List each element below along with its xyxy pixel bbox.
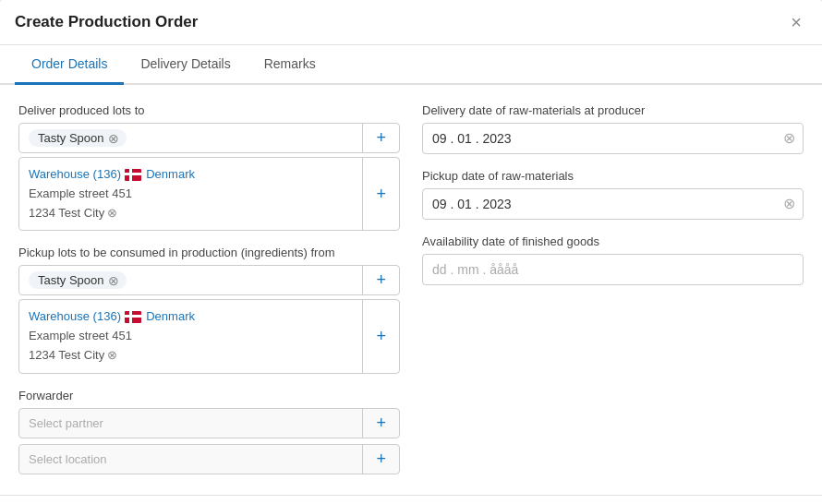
delivery-date-input[interactable] bbox=[423, 124, 776, 153]
select-partner-row: Select partner + bbox=[18, 408, 400, 438]
left-column: Deliver produced lots to Tasty Spoon ⊗ + bbox=[18, 103, 400, 480]
pickup-city-remove[interactable]: ⊗ bbox=[107, 346, 117, 366]
tab-remarks[interactable]: Remarks bbox=[248, 45, 332, 85]
deliver-city-tag: 1234 Test City ⊗ bbox=[29, 204, 117, 223]
deliver-warehouse-name: Warehouse (136) Denmark bbox=[29, 165, 353, 185]
pickup-date-input[interactable] bbox=[423, 189, 776, 219]
delivery-date-input-row: ⊗ bbox=[422, 123, 804, 154]
deliver-city-text: 1234 Test City bbox=[29, 204, 104, 223]
pickup-lots-group: Pickup lots to be consumed in production… bbox=[18, 246, 400, 373]
tasty-spoon-chip-remove[interactable]: ⊗ bbox=[108, 132, 119, 145]
pickup-warehouse-name: Warehouse (136) Denmark bbox=[29, 307, 353, 327]
availability-date-input-row bbox=[422, 254, 804, 285]
pickup-denmark-flag bbox=[125, 311, 141, 323]
modal-footer: 💾 Save bbox=[0, 495, 822, 504]
pickup-wh-country: Denmark bbox=[146, 309, 195, 323]
availability-date-label: Availability date of finished goods bbox=[422, 234, 804, 248]
select-location-placeholder: Select location bbox=[19, 445, 362, 474]
tab-order-details[interactable]: Order Details bbox=[15, 45, 124, 85]
create-production-order-modal: Create Production Order × Order Details … bbox=[0, 0, 822, 504]
deliver-lots-group: Deliver produced lots to Tasty Spoon ⊗ + bbox=[18, 103, 400, 231]
deliver-lots-add-button[interactable]: + bbox=[362, 124, 399, 152]
pickup-date-clear-button[interactable]: ⊗ bbox=[776, 197, 803, 211]
pickup-tasty-spoon-chip-label: Tasty Spoon bbox=[38, 273, 104, 287]
two-column-layout: Deliver produced lots to Tasty Spoon ⊗ + bbox=[18, 103, 804, 480]
pickup-city-text: 1234 Test City bbox=[29, 346, 104, 366]
pickup-wh-name-text: Warehouse (136) bbox=[29, 309, 121, 323]
deliver-warehouse-add-button[interactable]: + bbox=[362, 158, 399, 230]
tab-delivery-details[interactable]: Delivery Details bbox=[124, 45, 247, 85]
pickup-wh-street: Example street 451 bbox=[29, 327, 353, 346]
modal-body: Deliver produced lots to Tasty Spoon ⊗ + bbox=[0, 85, 822, 495]
pickup-date-input-row: ⊗ bbox=[422, 188, 804, 220]
delivery-date-label: Delivery date of raw-materials at produc… bbox=[422, 103, 804, 117]
deliver-city-remove[interactable]: ⊗ bbox=[107, 204, 117, 223]
deliver-warehouse-box: Warehouse (136) Denmark Example street 4… bbox=[18, 157, 400, 231]
modal-header: Create Production Order × bbox=[0, 0, 822, 45]
pickup-tasty-spoon-chip: Tasty Spoon ⊗ bbox=[29, 271, 127, 289]
pickup-warehouse-box: Warehouse (136) Denmark Example street 4… bbox=[18, 299, 400, 373]
select-partner-placeholder: Select partner bbox=[19, 409, 362, 438]
pickup-warehouse-info: Warehouse (136) Denmark Example street 4… bbox=[19, 300, 362, 372]
tasty-spoon-chip-label: Tasty Spoon bbox=[38, 131, 104, 145]
pickup-warehouse-row: Warehouse (136) Denmark Example street 4… bbox=[19, 300, 399, 372]
select-partner-add-button[interactable]: + bbox=[362, 409, 399, 438]
pickup-lots-label: Pickup lots to be consumed in production… bbox=[18, 246, 400, 259]
modal-title: Create Production Order bbox=[15, 13, 198, 31]
deliver-warehouse-info: Warehouse (136) Denmark Example street 4… bbox=[19, 158, 362, 230]
deliver-wh-country: Denmark bbox=[146, 167, 195, 181]
deliver-wh-city: 1234 Test City ⊗ bbox=[29, 204, 353, 223]
select-location-row: Select location + bbox=[18, 444, 400, 474]
tab-bar: Order Details Delivery Details Remarks bbox=[0, 45, 822, 85]
right-column: Delivery date of raw-materials at produc… bbox=[422, 103, 804, 480]
forwarder-label: Forwarder bbox=[18, 389, 400, 402]
pickup-date-label: Pickup date of raw-materials bbox=[422, 169, 804, 183]
select-location-add-button[interactable]: + bbox=[362, 445, 399, 474]
pickup-warehouse-add-button[interactable]: + bbox=[362, 300, 399, 372]
deliver-lots-label: Deliver produced lots to bbox=[18, 103, 400, 117]
pickup-lots-tag-content: Tasty Spoon ⊗ bbox=[19, 266, 362, 294]
pickup-wh-city: 1234 Test City ⊗ bbox=[29, 346, 353, 366]
delivery-date-group: Delivery date of raw-materials at produc… bbox=[422, 103, 804, 154]
deliver-wh-street: Example street 451 bbox=[29, 185, 353, 204]
pickup-date-group: Pickup date of raw-materials ⊗ bbox=[422, 169, 804, 220]
forwarder-section: Forwarder Select partner + Select locati… bbox=[18, 389, 400, 474]
deliver-wh-name-text: Warehouse (136) bbox=[29, 167, 121, 181]
tasty-spoon-chip: Tasty Spoon ⊗ bbox=[29, 129, 127, 147]
delivery-date-clear-button[interactable]: ⊗ bbox=[776, 131, 803, 146]
deliver-lots-tag-content: Tasty Spoon ⊗ bbox=[19, 124, 362, 152]
availability-date-input[interactable] bbox=[423, 255, 803, 284]
close-button[interactable]: × bbox=[785, 11, 807, 33]
pickup-city-tag: 1234 Test City ⊗ bbox=[29, 346, 117, 366]
deliver-lots-input-row: Tasty Spoon ⊗ + bbox=[18, 123, 400, 153]
deliver-warehouse-row: Warehouse (136) Denmark Example street 4… bbox=[19, 158, 399, 230]
pickup-lots-add-button[interactable]: + bbox=[362, 266, 399, 294]
denmark-flag bbox=[125, 169, 141, 181]
pickup-tasty-spoon-chip-remove[interactable]: ⊗ bbox=[108, 274, 119, 287]
availability-date-group: Availability date of finished goods bbox=[422, 234, 804, 285]
pickup-lots-input-row: Tasty Spoon ⊗ + bbox=[18, 265, 400, 295]
